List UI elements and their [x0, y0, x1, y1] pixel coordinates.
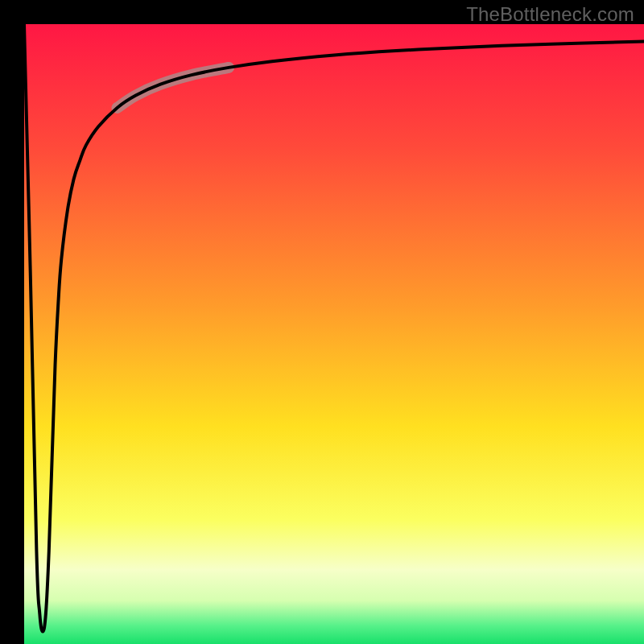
plot-area	[24, 24, 644, 644]
bottleneck-chart	[24, 24, 644, 644]
attribution-label: TheBottleneck.com	[466, 3, 634, 26]
chart-frame: TheBottleneck.com	[0, 0, 644, 644]
gradient-background	[24, 24, 644, 644]
